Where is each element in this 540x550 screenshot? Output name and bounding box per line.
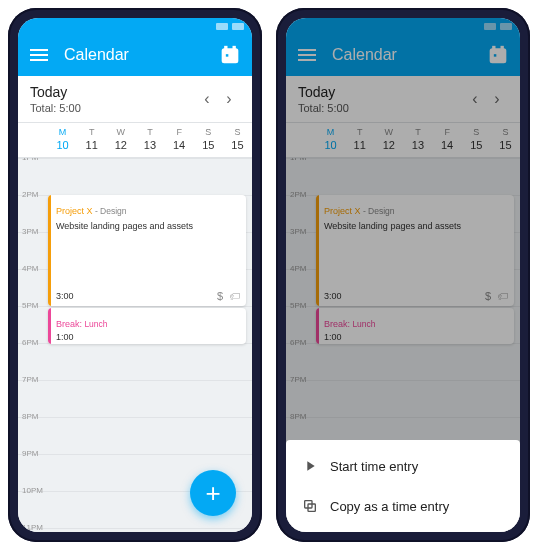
date-header: Today Total: 5:00 ‹ › <box>18 76 252 123</box>
weekday-cell[interactable]: F14 <box>165 127 194 151</box>
next-day-button[interactable]: › <box>218 90 240 108</box>
hour-label: 8PM <box>22 412 38 421</box>
weekday-cell[interactable]: T13 <box>135 127 164 151</box>
weekday-cell[interactable]: S15 <box>223 127 252 151</box>
hour-label: 5PM <box>22 301 38 310</box>
time-entry-design[interactable]: Project X - DesignWebsite landing pages … <box>48 195 246 306</box>
bottom-sheet: Start time entry Copy as a time entry <box>286 440 520 532</box>
time-entry-lunch[interactable]: Break: Lunch1:00 <box>48 308 246 344</box>
weekday-cell[interactable]: S15 <box>194 127 223 151</box>
sheet-copy-entry[interactable]: Copy as a time entry <box>286 486 520 526</box>
hour-label: 3PM <box>22 227 38 236</box>
date-today-label: Today <box>30 84 196 100</box>
hour-label: 7PM <box>22 375 38 384</box>
hour-row: 8PM <box>18 417 252 454</box>
prev-day-button[interactable]: ‹ <box>196 90 218 108</box>
fab-add-button[interactable]: + <box>190 470 236 516</box>
hour-label: 9PM <box>22 449 38 458</box>
svg-rect-3 <box>225 53 229 57</box>
play-icon <box>302 458 330 474</box>
screen-left: Calendar Today Total: 5:00 ‹ › M10T11W12… <box>18 18 252 532</box>
appbar-title: Calendar <box>64 46 220 64</box>
timeline-left[interactable]: 1PM2PM3PM4PM5PM6PM7PM8PM9PM10PM11PMProje… <box>18 158 252 532</box>
hour-label: 1PM <box>22 158 38 162</box>
hour-row: 11PM <box>18 528 252 532</box>
svg-rect-1 <box>225 47 227 51</box>
hour-label: 11PM <box>22 523 43 532</box>
hour-label: 6PM <box>22 338 38 347</box>
hour-label: 2PM <box>22 190 38 199</box>
sheet-start-label: Start time entry <box>330 459 418 474</box>
weekday-cell[interactable]: T11 <box>77 127 106 151</box>
hour-row: 7PM <box>18 380 252 417</box>
status-bar <box>18 18 252 34</box>
copy-icon <box>302 498 330 514</box>
menu-icon[interactable] <box>30 49 48 61</box>
svg-rect-2 <box>233 47 235 51</box>
weekday-cell[interactable]: M10 <box>48 127 77 151</box>
hour-row: 6PM <box>18 343 252 380</box>
screen-right: Calendar Today Total: 5:00 ‹ › M10T11W12… <box>286 18 520 532</box>
week-row-left: M10T11W12T13F14S15S15 <box>18 123 252 158</box>
hour-row: 1PM <box>18 158 252 195</box>
phone-left: Calendar Today Total: 5:00 ‹ › M10T11W12… <box>8 8 262 542</box>
tag-icon: 🏷 <box>229 290 240 302</box>
date-total-label: Total: 5:00 <box>30 102 196 114</box>
hour-label: 4PM <box>22 264 38 273</box>
hour-label: 10PM <box>22 486 43 495</box>
app-bar: Calendar <box>18 34 252 76</box>
calendar-icon[interactable] <box>220 45 240 65</box>
weekday-cell[interactable]: W12 <box>106 127 135 151</box>
billable-icon: $ <box>217 290 223 302</box>
sheet-copy-label: Copy as a time entry <box>330 499 449 514</box>
sheet-start-entry[interactable]: Start time entry <box>286 446 520 486</box>
phone-right: Calendar Today Total: 5:00 ‹ › M10T11W12… <box>276 8 530 542</box>
